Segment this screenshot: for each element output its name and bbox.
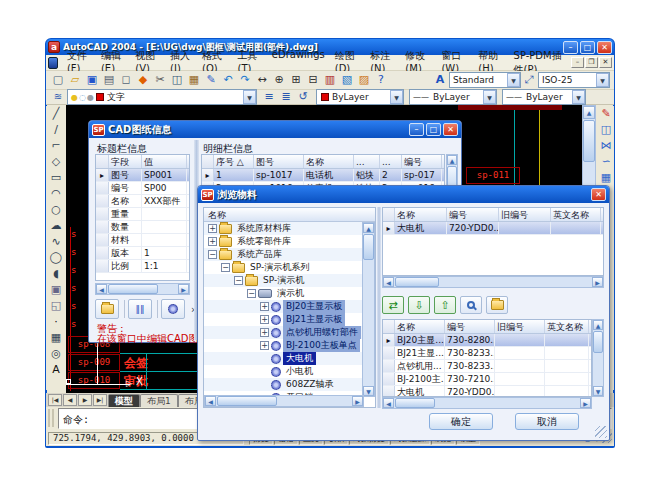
ellipse-icon[interactable]: ◯	[48, 250, 64, 266]
scroll-left-icon[interactable]: ◀	[383, 398, 394, 408]
row-selector[interactable]: ▸	[383, 222, 395, 234]
column-header[interactable]: 字段	[109, 155, 142, 168]
column-header[interactable]: 名称	[304, 155, 354, 168]
scroll-right-icon[interactable]: ▶	[352, 396, 363, 406]
row-selector[interactable]	[96, 208, 109, 220]
table-row[interactable]: 重量	[96, 208, 189, 221]
mirror-icon[interactable]: ⋈	[598, 138, 614, 154]
text-style-combo[interactable]: Standard ▼	[449, 72, 521, 88]
move-up-icon[interactable]: ⇧	[434, 296, 456, 314]
point-icon[interactable]: ·	[48, 314, 64, 330]
lineweight-combo[interactable]: —— ByLayer ▼	[502, 89, 586, 105]
scroll-left-icon[interactable]: ◀	[96, 284, 107, 294]
chevron-down-icon[interactable]: ▼	[596, 73, 609, 87]
tab-layout1[interactable]: 布局1	[140, 394, 178, 407]
tree-item[interactable]: −系统产品库	[204, 248, 362, 261]
row-selector[interactable]	[96, 221, 109, 233]
layers-dialog-icon[interactable]: ≡	[261, 89, 277, 105]
tool-palettes-icon[interactable]: ▨	[356, 72, 372, 88]
scroll-thumb[interactable]	[108, 284, 158, 294]
tree-item[interactable]: 小电机	[204, 365, 362, 378]
scroll-down-icon[interactable]: ▼	[593, 386, 603, 396]
column-header[interactable]: 英文名称	[551, 208, 601, 221]
chevron-down-icon[interactable]: ▼	[483, 90, 496, 104]
plot-preview-icon[interactable]: ◻	[118, 72, 134, 88]
scroll-thumb[interactable]	[217, 396, 277, 406]
column-header[interactable]: 旧编号	[495, 320, 545, 333]
open-folder-icon[interactable]	[486, 296, 508, 314]
line-icon[interactable]: ╱	[48, 106, 64, 122]
column-header[interactable]: 英文名称	[545, 320, 589, 333]
dialog-minimize-button[interactable]: –	[409, 123, 424, 136]
ok-button[interactable]: 确定	[429, 413, 493, 430]
row-selector[interactable]	[96, 260, 109, 272]
tree-column-header[interactable]: 名称	[204, 208, 375, 222]
column-header[interactable]: 序号 △	[214, 155, 254, 168]
array-icon[interactable]: ▦	[598, 170, 614, 186]
match-properties-icon[interactable]: ✎	[203, 72, 219, 88]
column-header[interactable]: 旧编号	[499, 208, 551, 221]
scroll-up-icon[interactable]: ▲	[447, 155, 457, 165]
circle-icon[interactable]: ○	[48, 202, 64, 218]
revision-cloud-icon[interactable]: ☁	[48, 218, 64, 234]
row-selector[interactable]	[383, 373, 395, 385]
redo-icon[interactable]: ↷	[237, 72, 253, 88]
color-combo[interactable]: ByLayer ▼	[316, 89, 404, 105]
dialog-maximize-button[interactable]: □	[426, 123, 441, 136]
row-selector[interactable]: ▸	[202, 169, 214, 181]
row-selector[interactable]	[96, 182, 109, 194]
scroll-thumb[interactable]	[395, 398, 435, 408]
scroll-thumb[interactable]	[583, 120, 595, 162]
arc-icon[interactable]: ◠	[48, 186, 64, 202]
rectangle-icon[interactable]: ▭	[48, 170, 64, 186]
table-row[interactable]: ▸1sp-1017电话机铝块2sp-017	[202, 169, 444, 182]
search-icon[interactable]	[460, 296, 482, 314]
properties-icon[interactable]: ▥	[322, 72, 338, 88]
dialog-resize-grip[interactable]	[595, 426, 607, 438]
chevron-down-icon[interactable]: ▼	[572, 90, 585, 104]
expand-icon[interactable]: +	[260, 302, 269, 311]
row-selector[interactable]	[96, 195, 109, 207]
move-down-icon[interactable]: ⇩	[408, 296, 430, 314]
new-icon[interactable]: ▢	[50, 72, 66, 88]
hatch-icon[interactable]: ▦	[48, 330, 64, 346]
expand-icon[interactable]: +	[208, 237, 217, 246]
column-header[interactable]: ...	[354, 155, 380, 168]
tab-model[interactable]: 模型	[108, 394, 140, 407]
tab-nav-button[interactable]: ▶|	[93, 394, 107, 406]
table-row[interactable]: 大电机720-YDD0...	[383, 386, 591, 397]
make-block-icon[interactable]: ◱	[48, 298, 64, 314]
scroll-right-icon[interactable]: ▶	[592, 277, 603, 287]
pan-icon[interactable]: ↔	[254, 72, 270, 88]
layer-previous-icon[interactable]: ↺	[295, 89, 311, 105]
tab-nav-button[interactable]: ◀	[63, 394, 77, 406]
chevron-down-icon[interactable]: ▼	[243, 90, 256, 104]
spline-icon[interactable]: ∿	[48, 234, 64, 250]
tree-hscrollbar[interactable]: ◀ ▶	[204, 395, 364, 407]
table-row[interactable]: 版本1	[96, 247, 189, 260]
doc-minimize-button[interactable]: –	[571, 57, 584, 68]
column-header[interactable]: 编号	[445, 320, 495, 333]
open-icon[interactable]: ▱	[67, 72, 83, 88]
table-row[interactable]: 比例1:1	[96, 260, 189, 273]
make-layer-current-icon[interactable]: ≣	[278, 89, 294, 105]
command-window-grip[interactable]	[48, 409, 54, 427]
column-header[interactable]: 名称	[395, 208, 447, 221]
doc-restore-button[interactable]: ❐	[585, 57, 598, 68]
tree-item[interactable]: +系统原材料库	[204, 222, 362, 235]
layer-combo[interactable]: ●◌● 文字 ▼	[67, 89, 257, 105]
table-row[interactable]: 名称XXX部件	[96, 195, 189, 208]
erase-icon[interactable]: ✎	[598, 106, 614, 122]
undo-icon[interactable]: ↶	[220, 72, 236, 88]
doc-close-button[interactable]: ✕	[599, 57, 612, 68]
polyline-icon[interactable]: ⌐	[48, 138, 64, 154]
ellipse-arc-icon[interactable]: ◖	[48, 266, 64, 282]
help-icon[interactable]: ?	[373, 72, 389, 88]
tree-item[interactable]: −SP-演示机	[204, 274, 362, 287]
tab-nav-button[interactable]: |◀	[48, 394, 62, 406]
scroll-down-icon[interactable]: ▼	[363, 386, 374, 396]
cancel-button[interactable]: 取消	[515, 413, 579, 430]
tree-item[interactable]: +点钞机用螺钉部件	[204, 326, 362, 339]
panel-splitter[interactable]	[377, 207, 381, 408]
table-row[interactable]: 点钞机用...730-8233...	[383, 360, 591, 373]
